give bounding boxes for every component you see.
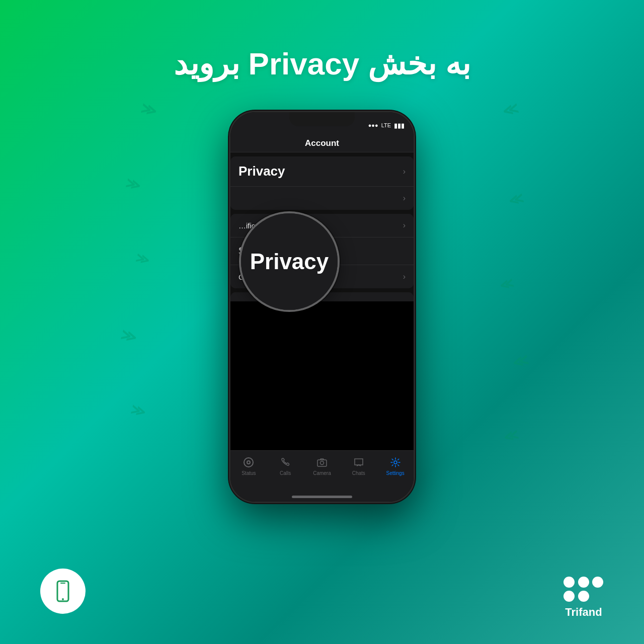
heading-persian-suffix: بروید: [174, 46, 239, 81]
trifand-dot-3: [592, 577, 603, 588]
trifand-dot-4: [564, 591, 575, 602]
menu-section-privacy: Privacy › ›: [230, 156, 414, 210]
tab-chats[interactable]: Chats: [344, 456, 374, 476]
svg-point-7: [62, 598, 64, 600]
trifand-dot-1: [564, 577, 575, 588]
svg-point-1: [247, 461, 250, 464]
trifand-brand-name: Trifand: [565, 606, 602, 619]
status-icon: [242, 456, 255, 469]
svg-point-4: [394, 461, 397, 464]
navigation-bar: Account: [230, 134, 414, 152]
status-icons: ●●● LTE ▮▮▮: [368, 122, 405, 129]
magnifier-content: Privacy: [241, 213, 338, 310]
phone-svg-icon: [50, 579, 75, 604]
bottom-left-icon: [40, 569, 86, 614]
power-button: [415, 203, 415, 248]
settings-tab-label: Settings: [386, 470, 405, 476]
tab-camera[interactable]: Camera: [307, 456, 337, 476]
trifand-dot-2: [578, 577, 589, 588]
privacy-menu-item[interactable]: Privacy ›: [230, 156, 414, 187]
screen-title: Account: [305, 138, 339, 148]
main-heading: به بخش Privacy بروید: [174, 45, 470, 82]
settings-icon: [389, 456, 402, 469]
trifand-dots: [564, 577, 604, 602]
chats-tab-label: Chats: [352, 470, 365, 476]
trifand-logo: Trifand: [564, 577, 604, 619]
tab-bar: Status Calls: [230, 450, 414, 492]
svg-rect-6: [60, 583, 65, 584]
magnifier-text: Privacy: [250, 251, 329, 273]
change-number-chevron: ›: [403, 272, 406, 281]
tab-settings[interactable]: Settings: [380, 456, 411, 476]
volume-down-button: [229, 228, 229, 258]
magnifier-circle: Privacy: [239, 211, 340, 312]
calls-tab-label: Calls: [280, 470, 291, 476]
privacy-chevron: ›: [403, 167, 406, 176]
black-area: [230, 301, 414, 450]
heading-persian-prefix: به بخش: [368, 46, 470, 81]
chats-icon: [352, 456, 365, 469]
phone-notch: [289, 112, 355, 126]
tab-status[interactable]: Status: [233, 456, 264, 476]
camera-tab-label: Camera: [313, 470, 331, 476]
battery-icon: ▮▮▮: [394, 122, 405, 129]
phone-icon-circle: [40, 569, 86, 614]
status-tab-label: Status: [242, 470, 256, 476]
empty-chevron: ›: [403, 194, 406, 203]
empty-menu-item[interactable]: ›: [230, 187, 414, 210]
home-indicator: [230, 492, 414, 502]
calls-icon: [279, 456, 292, 469]
tab-calls[interactable]: Calls: [270, 456, 300, 476]
home-bar: [292, 496, 352, 498]
notification-chevron: ›: [403, 221, 406, 230]
phone-mockup: ●●● LTE ▮▮▮ Account Privacy ›: [229, 111, 415, 503]
svg-point-3: [320, 461, 324, 465]
privacy-label: Privacy: [238, 164, 285, 179]
volume-up-button: [229, 188, 229, 218]
signal-bars: ●●●: [368, 122, 378, 128]
network-type: LTE: [381, 122, 391, 128]
camera-icon: [315, 456, 329, 469]
heading-english: Privacy: [239, 46, 359, 81]
svg-point-0: [244, 458, 253, 467]
trifand-dot-5: [578, 591, 589, 602]
